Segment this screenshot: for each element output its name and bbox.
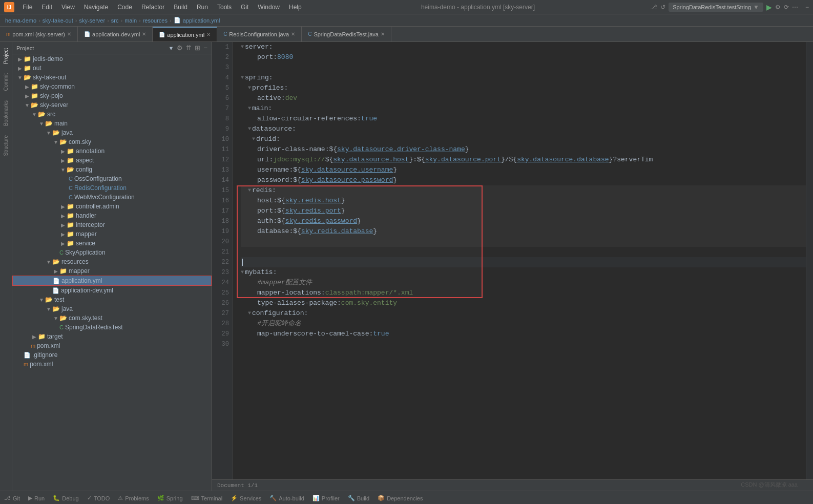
run-config-selector[interactable]: SpringDataRedisTest.testString ▼ [669, 3, 763, 12]
spring-button[interactable]: 🌿 Spring [157, 495, 183, 501]
tree-gitignore[interactable]: 📄 .gitignore [12, 350, 212, 360]
tree-resources[interactable]: ▼ 📂 resources [12, 257, 212, 266]
menu-refactor[interactable]: Refactor [137, 3, 169, 12]
tree-target[interactable]: ▶ 📁 target [12, 332, 212, 341]
fold-10[interactable]: ▼ [252, 134, 255, 144]
tree-oss-config[interactable]: C OssConfiguration [12, 174, 212, 183]
tree-aspect[interactable]: ▶ 📁 aspect [12, 156, 212, 165]
tab-app-dev[interactable]: 📄 application-dev.yml ✕ [78, 27, 153, 41]
breadcrumb-heima-demo[interactable]: heima-demo [5, 17, 36, 24]
bookmarks-tab[interactable]: Bookmarks [2, 96, 10, 130]
todo-button[interactable]: ✓ TODO [87, 495, 110, 501]
tree-pom-root[interactable]: m pom.xml [12, 360, 212, 369]
tree-sky-pojo[interactable]: ▶ 📁 sky-pojo [12, 91, 212, 100]
profiler-button[interactable]: 📊 Profiler [312, 495, 340, 501]
tree-java[interactable]: ▼ 📂 java [12, 128, 212, 137]
undo-icon[interactable]: ↺ [660, 4, 665, 11]
commit-tab[interactable]: Commit [2, 69, 10, 95]
tree-sky-server[interactable]: ▼ 📂 sky-server [12, 100, 212, 110]
fold-4[interactable]: ▼ [241, 73, 244, 83]
fold-5[interactable]: ▼ [248, 83, 251, 93]
breadcrumb-file[interactable]: application.yml [183, 17, 220, 24]
auto-build-button[interactable]: 🔨 Auto-build [269, 495, 304, 501]
fold-27[interactable]: ▼ [248, 308, 251, 319]
more-icon[interactable]: ⋯ [792, 4, 798, 11]
tree-pom-sky[interactable]: m pom.xml [12, 341, 212, 350]
minimize-icon[interactable]: − [805, 4, 809, 11]
run-bottom-button[interactable]: ▶ Run [28, 495, 45, 501]
tree-redis-config[interactable]: C RedisConfiguration [12, 183, 212, 193]
debug-button[interactable]: 🐛 Debug [53, 495, 78, 501]
terminal-button[interactable]: ⌨ Terminal [191, 495, 223, 501]
breadcrumb-sky-server[interactable]: sky-server [79, 17, 105, 24]
structure-tab[interactable]: Structure [2, 131, 10, 160]
tree-com-sky-test[interactable]: ▼ 📂 com.sky.test [12, 313, 212, 323]
update-icon[interactable]: ⟳ [784, 4, 789, 11]
fold-15[interactable]: ▼ [248, 185, 251, 196]
menu-file[interactable]: File [18, 3, 36, 12]
tree-controller-admin[interactable]: ▶ 📁 controller.admin [12, 202, 212, 211]
menu-tools[interactable]: Tools [213, 3, 236, 12]
menu-code[interactable]: Code [113, 3, 136, 12]
tree-main[interactable]: ▼ 📂 main [12, 119, 212, 128]
menu-navigate[interactable]: Navigate [80, 3, 112, 12]
tree-interceptor[interactable]: ▶ 📁 interceptor [12, 220, 212, 229]
tree-jedis-demo[interactable]: ▶ 📁 jedis-demo [12, 54, 212, 64]
problems-button[interactable]: ⚠ Problems [118, 495, 149, 501]
code-editor[interactable]: 1 2 3 4 5 6 7 8 9 10 11 12 13 14 15 16 1… [212, 42, 813, 491]
tree-out[interactable]: ▶ 📁 out [12, 64, 212, 73]
tree-service[interactable]: ▶ 📁 service [12, 239, 212, 248]
breadcrumb-resources[interactable]: resources [143, 17, 168, 24]
tab-redis-config[interactable]: C RedisConfiguration.java ✕ [217, 27, 302, 41]
breadcrumb-sky-take-out[interactable]: sky-take-out [43, 17, 73, 24]
tree-sky-take-out[interactable]: ▼ 📂 sky-take-out [12, 73, 212, 82]
tree-annotation[interactable]: ▶ 📁 annotation [12, 146, 212, 156]
tree-sky-app[interactable]: C SkyApplication [12, 248, 212, 257]
menu-build[interactable]: Build [170, 3, 192, 12]
tree-application-dev-yml[interactable]: 📄 application-dev.yml [12, 286, 212, 295]
tree-test-java[interactable]: ▼ 📂 java [12, 304, 212, 313]
tab-pom-close[interactable]: ✕ [67, 31, 71, 37]
tree-application-yml[interactable]: 📄 application.yml [12, 276, 212, 286]
tree-webmvc-config[interactable]: C WebMvcConfiguration [12, 193, 212, 202]
tree-com-sky[interactable]: ▼ 📂 com.sky [12, 137, 212, 146]
tree-config[interactable]: ▼ 📂 config [12, 165, 212, 174]
tab-spring-test-close[interactable]: ✕ [381, 31, 385, 37]
menu-run[interactable]: Run [193, 3, 212, 12]
vcs-icon[interactable]: ⎇ [650, 4, 657, 11]
tab-spring-test[interactable]: C SpringDataRedisTest.java ✕ [302, 27, 391, 41]
tab-redis-config-close[interactable]: ✕ [291, 31, 295, 37]
tree-handler[interactable]: ▶ 📁 handler [12, 211, 212, 220]
tab-pom-xml[interactable]: m pom.xml (sky-server) ✕ [0, 27, 78, 41]
settings-icon[interactable]: ⚙ [775, 4, 781, 11]
menu-git[interactable]: Git [237, 3, 253, 12]
fold-23[interactable]: ▼ [241, 267, 244, 278]
run-button[interactable]: ▶ [766, 3, 772, 11]
sidebar-scroll-icon[interactable]: ⇈ [186, 44, 192, 52]
fold-7[interactable]: ▼ [248, 103, 251, 114]
tab-app-yml[interactable]: 📄 application.yml ✕ [153, 27, 217, 41]
tab-app-dev-close[interactable]: ✕ [142, 31, 146, 37]
code-area[interactable]: ▼ server: port: 8080 ▼ spring: [233, 42, 806, 349]
build-button[interactable]: 🔧 Build [348, 495, 369, 501]
tree-spring-redis-test[interactable]: C SpringDataRedisTest [12, 323, 212, 332]
tree-src[interactable]: ▼ 📂 src [12, 110, 212, 119]
menu-help[interactable]: Help [285, 3, 306, 12]
fold-9[interactable]: ▼ [248, 124, 251, 134]
menu-edit[interactable]: Edit [37, 3, 56, 12]
menu-window[interactable]: Window [254, 3, 284, 12]
sidebar-collapse-icon[interactable]: − [203, 44, 207, 52]
tree-mapper[interactable]: ▶ 📁 mapper [12, 229, 212, 239]
tree-test[interactable]: ▼ 📂 test [12, 295, 212, 304]
tree-sky-common[interactable]: ▶ 📁 sky-common [12, 82, 212, 91]
dependencies-button[interactable]: 📦 Dependencies [378, 495, 423, 501]
services-button[interactable]: ⚡ Services [231, 495, 261, 501]
project-tab[interactable]: Project [2, 44, 10, 68]
menu-view[interactable]: View [57, 3, 79, 12]
sidebar-expand-icon[interactable]: ⊞ [195, 44, 200, 52]
breadcrumb-src[interactable]: src [111, 17, 119, 24]
sidebar-cog-icon[interactable]: ⚙ [177, 44, 183, 52]
fold-1[interactable]: ▼ [241, 42, 244, 52]
tree-mapper-res[interactable]: ▶ 📁 mapper [12, 266, 212, 276]
breadcrumb-main[interactable]: main [124, 17, 137, 24]
